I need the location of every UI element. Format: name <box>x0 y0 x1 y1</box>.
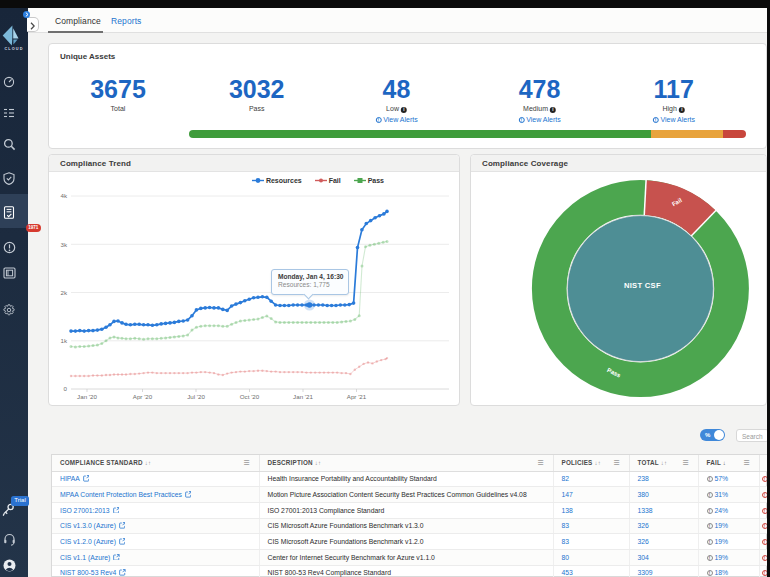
svg-text:Jan '21: Jan '21 <box>293 393 313 400</box>
svg-text:NIST CSF: NIST CSF <box>624 281 661 290</box>
svg-text:Apr '21: Apr '21 <box>347 393 367 400</box>
svg-text:Jan '20: Jan '20 <box>77 393 97 400</box>
svg-text:2k: 2k <box>60 289 67 296</box>
svg-text:4k: 4k <box>60 192 67 199</box>
svg-text:Apr '20: Apr '20 <box>133 393 153 400</box>
svg-text:Oct '20: Oct '20 <box>240 393 260 400</box>
svg-text:0: 0 <box>64 385 68 392</box>
svg-text:3k: 3k <box>60 241 67 248</box>
svg-text:Jul '20: Jul '20 <box>187 393 205 400</box>
svg-text:1k: 1k <box>60 337 67 344</box>
